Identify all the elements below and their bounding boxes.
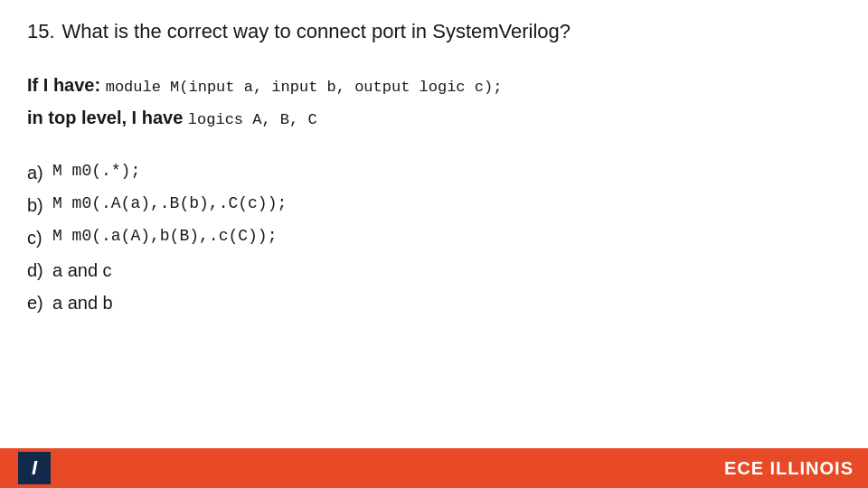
footer-logo: I bbox=[18, 452, 51, 484]
option-a-letter: a) bbox=[27, 157, 52, 188]
option-c-letter: c) bbox=[27, 222, 52, 253]
if-i-have-line: If I have: module M(input a, input b, ou… bbox=[27, 71, 841, 99]
option-b-code: M m0(.A(a),.B(b),.C(c)); bbox=[52, 190, 287, 218]
question-title: 15.What is the correct way to connect po… bbox=[27, 18, 841, 46]
option-d: d) a and c bbox=[27, 255, 841, 286]
if-code: module M(input a, input b, output logic … bbox=[106, 79, 503, 96]
if-label: If I have: bbox=[27, 75, 100, 95]
question-text: What is the correct way to connect port … bbox=[62, 20, 571, 42]
option-d-letter: d) bbox=[27, 255, 52, 286]
footer-brand: ECE ILLINOIS bbox=[724, 458, 854, 479]
options-list: a) M m0(.*); b) M m0(.A(a),.B(b),.C(c));… bbox=[27, 157, 841, 318]
top-code: logics A, B, C bbox=[188, 111, 317, 128]
option-a-code: M m0(.*); bbox=[52, 157, 140, 185]
option-a: a) M m0(.*); bbox=[27, 157, 841, 188]
main-content: 15.What is the correct way to connect po… bbox=[0, 0, 868, 318]
option-c-code: M m0(.a(A),b(B),.c(C)); bbox=[52, 222, 277, 250]
option-c: c) M m0(.a(A),b(B),.c(C)); bbox=[27, 222, 841, 253]
option-d-text: a and c bbox=[52, 255, 112, 286]
option-b-letter: b) bbox=[27, 190, 52, 221]
question-number: 15. bbox=[27, 20, 55, 42]
top-label: in top level, I have bbox=[27, 108, 183, 127]
in-top-level-line: in top level, I have logics A, B, C bbox=[27, 104, 841, 132]
logo-text: I bbox=[32, 456, 37, 480]
option-e: e) a and b bbox=[27, 287, 841, 318]
footer: I ECE ILLINOIS bbox=[0, 448, 868, 488]
option-b: b) M m0(.A(a),.B(b),.C(c)); bbox=[27, 190, 841, 221]
option-e-text: a and b bbox=[52, 287, 113, 318]
option-e-letter: e) bbox=[27, 287, 52, 318]
